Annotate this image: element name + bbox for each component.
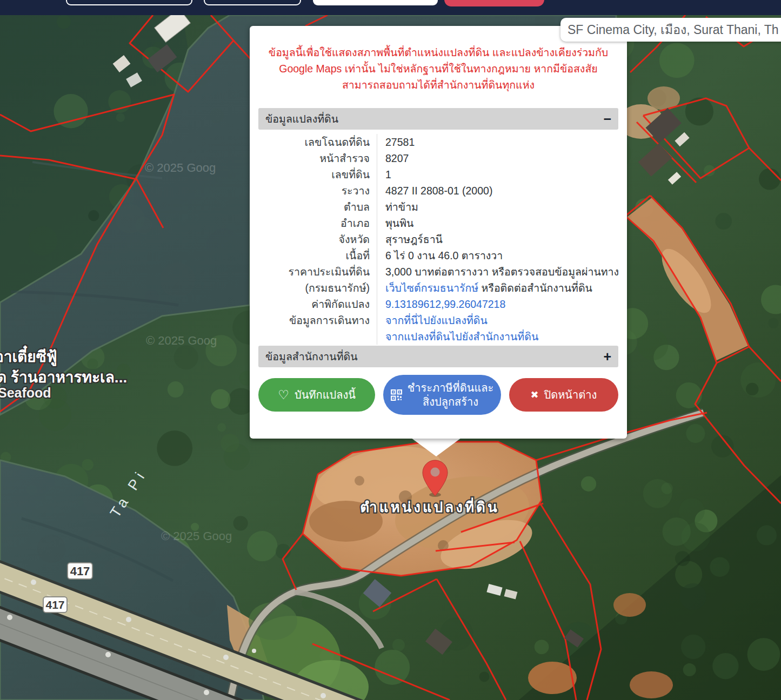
table-row-price-2: (กรมธนารักษ์) เว็บไซต์กรมธนารักษ์ หรือติ… [250, 280, 627, 296]
collapse-icon[interactable]: − [603, 112, 611, 126]
heart-icon: ♡ [278, 389, 289, 401]
search-input[interactable]: SF Cinema City, เมือง, Surat Thani, Th [560, 18, 781, 42]
table-row: ระวาง4827 II 2808-01 (2000) [250, 183, 627, 199]
section-parcel-title: ข้อมูลแปลงที่ดิน [265, 111, 338, 127]
table-row-directions-1: ข้อมูลการเดินทาง จากที่นี่ไปยังแปลงที่ดิ… [250, 312, 627, 328]
watermark: © 2025 Goog [145, 161, 216, 174]
table-row-price-1: ราคาประเมินที่ดิน 3,000 บาทต่อตารางวา หร… [250, 264, 627, 280]
road-shield-417: 417 [68, 563, 92, 579]
table-row: เลขที่ดิน1 [250, 166, 627, 183]
nav-field-2[interactable] [204, 0, 301, 5]
table-row: หน้าสำรวจ8207 [250, 150, 627, 166]
popup-actions: ♡ บันทึกแปลงนี้ ชำระภาษีที่ดิน [258, 375, 618, 415]
top-navbar [0, 0, 781, 15]
svg-text:417: 417 [70, 564, 90, 578]
popup-pointer [411, 438, 461, 456]
parcel-info-popup: ข้อมูลนี้เพื่อใช้แสดงสภาพพื้นที่ตำแหน่งแ… [250, 26, 627, 439]
close-icon: ✖ [530, 390, 538, 400]
close-window-button[interactable]: ✖ ปิดหน้าต่าง [509, 378, 618, 412]
table-row-coordinates: ค่าพิกัดแปลง 9.13189612,99.26047218 [250, 296, 627, 312]
price-value-line2: เว็บไซต์กรมธนารักษ์ หรือติดต่อสำนักงานที… [377, 280, 627, 296]
place-label-line3: Seafood [0, 385, 51, 400]
table-row-directions-2: จากแปลงที่ดินไปยังสำนักงานที่ดิน [250, 328, 627, 345]
expand-icon[interactable]: + [603, 350, 611, 364]
directions-to-parcel-link[interactable]: จากที่นี่ไปยังแปลงที่ดิน [385, 314, 488, 326]
table-row: เลขโฉนดที่ดิน27581 [250, 134, 627, 150]
table-row: เนื้อที่6 ไร่ 0 งาน 46.0 ตารางวา [250, 247, 627, 264]
search-value: SF Cinema City, เมือง, Surat Thani, Th [568, 20, 779, 39]
marker-label: ตำแหน่งแปลงที่ดิน [360, 497, 499, 515]
section-office-title: ข้อมูลสำนักงานที่ดิน [265, 348, 357, 365]
table-row: ตำบลท่าข้าม [250, 199, 627, 215]
save-parcel-button[interactable]: ♡ บันทึกแปลงนี้ [258, 378, 375, 412]
parcel-detail-table: เลขโฉนดที่ดิน27581 หน้าสำรวจ8207 เลขที่ด… [250, 134, 627, 345]
nav-field-1[interactable] [66, 0, 192, 5]
watermark: © 2025 Goog [146, 334, 217, 347]
section-header-land-office-info[interactable]: ข้อมูลสำนักงานที่ดิน + [258, 346, 618, 367]
page: © 2025 Goog © 2025 Goog © 2025 Goog อาเต… [0, 0, 781, 700]
svg-text:417: 417 [45, 598, 64, 611]
nav-search-button[interactable] [444, 0, 544, 6]
coordinates-link[interactable]: 9.13189612,99.26047218 [385, 298, 505, 310]
watermark: © 2025 Goog [161, 529, 232, 543]
table-row: จังหวัดสุราษฎร์ธานี [250, 231, 627, 247]
directions-to-office-link[interactable]: จากแปลงที่ดินไปยังสำนักงานที่ดิน [385, 331, 538, 342]
nav-field-3[interactable] [313, 0, 438, 5]
section-header-parcel-info[interactable]: ข้อมูลแปลงที่ดิน − [258, 108, 618, 130]
table-row: อำเภอพุนพิน [250, 215, 627, 231]
qr-code-icon [391, 389, 402, 401]
pay-land-tax-button[interactable]: ชำระภาษีที่ดินและ สิ่งปลูกสร้าง [383, 375, 500, 415]
place-label-line2: ด ร้านอาหารทะเล... [0, 369, 127, 386]
road-shield-417: 417 [43, 597, 67, 612]
treasury-website-link[interactable]: เว็บไซต์กรมธนารักษ์ [385, 282, 478, 294]
place-label-line1: อาเตี๋ยซีฟู้ [0, 345, 57, 366]
disclaimer-text: ข้อมูลนี้เพื่อใช้แสดงสภาพพื้นที่ตำแหน่งแ… [265, 44, 612, 93]
